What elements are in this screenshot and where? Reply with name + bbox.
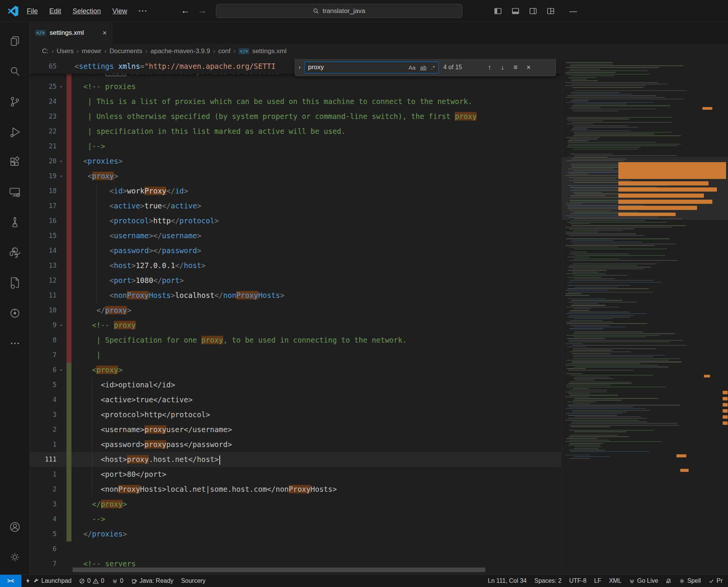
fold-chevron-icon[interactable]: › — [57, 363, 66, 377]
language-mode-item[interactable]: XML — [605, 575, 625, 587]
extensions-icon[interactable] — [0, 147, 30, 177]
indentation-item[interactable]: Spaces: 2 — [530, 575, 565, 587]
python-icon[interactable] — [0, 237, 30, 268]
launchpad-item[interactable]: Launchpad — [21, 575, 75, 587]
problems-item[interactable]: 0 0 — [75, 575, 108, 587]
menu-edit[interactable]: Edit — [49, 7, 61, 15]
java-status-item[interactable]: Java: Ready — [127, 575, 177, 587]
code-line[interactable]: 1 <password>proxypass</password> — [30, 437, 561, 452]
find-close-icon[interactable]: × — [522, 61, 535, 74]
line-content[interactable]: | Unless otherwise specified (by system … — [75, 109, 561, 124]
customize-layout-icon[interactable] — [545, 5, 556, 17]
back-button[interactable]: ← — [179, 5, 192, 16]
search-view-icon[interactable] — [0, 56, 30, 86]
line-content[interactable]: </proxies> — [75, 527, 561, 541]
breadcrumb-documents[interactable]: Documents — [109, 47, 142, 55]
line-content[interactable]: <active>true</active> — [75, 198, 561, 213]
testing-icon[interactable] — [0, 207, 30, 237]
code-line[interactable]: 16 <protocol>http</protocol> — [30, 213, 561, 228]
toggle-secondary-sidebar-icon[interactable] — [527, 5, 539, 17]
find-in-selection-icon[interactable]: ≡ — [509, 61, 522, 74]
line-content[interactable]: | specification in this list marked as a… — [75, 124, 561, 139]
fold-chevron-icon[interactable]: › — [57, 169, 66, 184]
code-line[interactable]: 7 | — [30, 348, 561, 363]
menu-more-icon[interactable]: ··· — [139, 7, 148, 15]
line-content[interactable]: <host>proxy.host.net</host> — [75, 452, 561, 467]
code-line[interactable]: 5 <id>optional</id> — [30, 377, 561, 392]
line-content[interactable]: <protocol>http</protocol> — [75, 213, 561, 228]
line-content[interactable]: <id>optional</id> — [75, 377, 561, 392]
line-content[interactable]: <!-- proxy — [75, 318, 561, 333]
eol-item[interactable]: LF — [590, 575, 605, 587]
line-content[interactable]: <password>proxypass</password> — [75, 437, 561, 452]
code-line[interactable]: 21 |--> — [30, 139, 561, 154]
line-content[interactable]: </proxy> — [75, 497, 561, 512]
toggle-panel-icon[interactable] — [510, 5, 521, 17]
breadcrumb-conf[interactable]: conf — [218, 47, 230, 55]
find-input[interactable]: proxy Aa ab .* — [304, 62, 439, 73]
code-line[interactable]: 10 </proxy> — [30, 303, 561, 318]
line-content[interactable]: <nonProxyHosts>localhost</nonProxyHosts> — [75, 288, 561, 303]
code-line[interactable]: 12 <port>1080</port> — [30, 273, 561, 288]
fold-chevron-icon[interactable]: › — [57, 318, 66, 333]
breadcrumb-maven[interactable]: apache-maven-3.9.9 — [151, 47, 210, 55]
line-content[interactable]: <password></password> — [75, 243, 561, 258]
whole-word-icon[interactable]: ab — [420, 64, 426, 71]
sourcery-item[interactable]: Sourcery — [177, 575, 209, 587]
cursor-position-item[interactable]: Ln 111, Col 34 — [484, 575, 531, 587]
code-line[interactable]: 4 <active>true</active> — [30, 392, 561, 407]
code-line[interactable]: 19› <proxy> — [30, 169, 561, 184]
remote-explorer-icon[interactable] — [0, 177, 30, 207]
find-toggle-replace-icon[interactable]: › — [295, 59, 304, 76]
menu-selection[interactable]: Selection — [73, 7, 101, 15]
line-content[interactable]: <settings xmlns="http://maven.apache.org… — [75, 59, 276, 74]
code-line[interactable]: 6› <proxy> — [30, 363, 561, 377]
line-content[interactable]: | Specification for one proxy, to be use… — [75, 333, 561, 348]
code-line[interactable]: 5 </proxies> — [30, 527, 561, 541]
circle-tool-icon[interactable] — [0, 298, 30, 328]
code-line[interactable]: 15 <username></username> — [30, 228, 561, 243]
regex-icon[interactable]: .* — [431, 64, 435, 71]
line-content[interactable]: <port>1080</port> — [75, 273, 561, 288]
account-icon[interactable] — [0, 512, 30, 542]
line-content[interactable]: <!-- proxies — [75, 79, 561, 94]
source-control-icon[interactable] — [0, 86, 30, 117]
code-line[interactable]: 20› <proxies> — [30, 154, 561, 169]
forward-button[interactable]: → — [196, 5, 209, 16]
line-content[interactable]: | This is a list of proxies which can be… — [75, 94, 561, 109]
line-content[interactable]: </proxy> — [75, 303, 561, 318]
fold-chevron-icon[interactable]: › — [57, 154, 66, 169]
toggle-sidebar-icon[interactable] — [492, 5, 504, 17]
editor[interactable]: 26 <!-- TODO Since when can proxies be s… — [30, 59, 728, 574]
explorer-icon[interactable] — [0, 26, 30, 56]
tab-settings-xml[interactable]: </> settings.xml × — [30, 22, 112, 44]
settings-gear-icon[interactable] — [0, 542, 30, 572]
run-debug-icon[interactable] — [0, 117, 30, 147]
code-area[interactable]: 26 <!-- TODO Since when can proxies be s… — [30, 59, 561, 571]
code-line[interactable]: 8 | Specification for one proxy, to be u… — [30, 333, 561, 348]
code-line[interactable]: 111 <host>proxy.host.net</host> — [30, 452, 561, 467]
menu-view[interactable]: View — [112, 7, 127, 15]
line-content[interactable]: <proxy> — [75, 169, 561, 184]
remote-indicator[interactable]: >< — [0, 575, 21, 587]
ports-item[interactable]: 0 — [108, 575, 127, 587]
line-content[interactable] — [75, 541, 561, 556]
code-line[interactable]: 4 --> — [30, 512, 561, 527]
line-content[interactable]: <port>80</port> — [75, 467, 561, 482]
line-content[interactable]: <username>proxyuser</username> — [75, 422, 561, 437]
code-line[interactable]: 25› <!-- proxies — [30, 79, 561, 94]
line-content[interactable]: <proxies> — [75, 154, 561, 169]
code-line[interactable]: 24 | This is a list of proxies which can… — [30, 94, 561, 109]
line-content[interactable]: <nonProxyHosts>local.net|some.host.com</… — [75, 482, 561, 497]
code-line[interactable]: 6 — [30, 541, 561, 556]
breadcrumb-meowr[interactable]: meowr — [82, 47, 101, 55]
line-content[interactable]: <host>127.0.0.1</host> — [75, 258, 561, 273]
minimize-button[interactable]: — — [567, 0, 580, 22]
code-line[interactable]: 13 <host>127.0.0.1</host> — [30, 258, 561, 273]
prettier-item[interactable]: Pr — [705, 575, 726, 587]
line-content[interactable]: |--> — [75, 139, 561, 154]
spell-checker-item[interactable]: Spell — [675, 575, 705, 587]
line-content[interactable]: | — [75, 348, 561, 363]
breadcrumb-drive[interactable]: C: — [42, 47, 49, 55]
find-previous-icon[interactable]: ↑ — [483, 61, 496, 74]
